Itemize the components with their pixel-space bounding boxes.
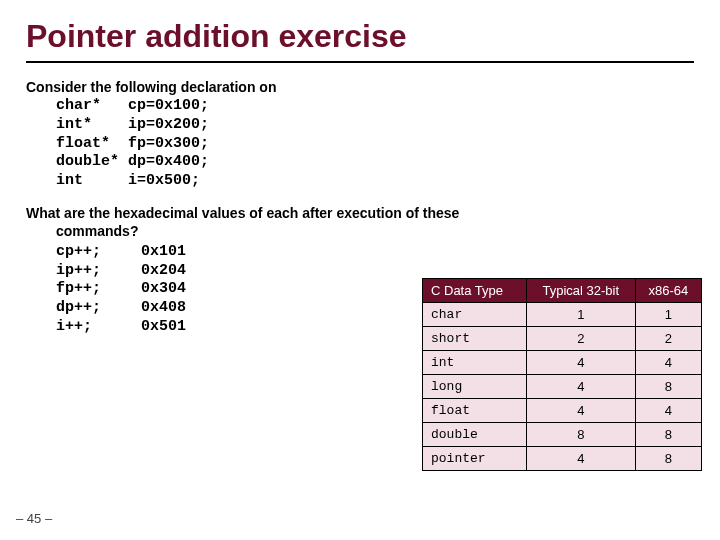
sizes-table: C Data Type Typical 32-bit x86-64 char 1… <box>422 278 702 471</box>
slide-title: Pointer addition exercise <box>26 18 694 55</box>
table-row: long 4 8 <box>423 375 702 399</box>
table-header-type: C Data Type <box>423 279 527 303</box>
size64-cell: 2 <box>635 327 701 351</box>
size64-cell: 8 <box>635 375 701 399</box>
slide: Pointer addition exercise Consider the f… <box>0 0 720 540</box>
size32-cell: 4 <box>526 399 635 423</box>
title-rule <box>26 61 694 63</box>
size64-cell: 4 <box>635 399 701 423</box>
type-cell: double <box>423 423 527 447</box>
size32-cell: 2 <box>526 327 635 351</box>
size64-cell: 4 <box>635 351 701 375</box>
type-cell: char <box>423 303 527 327</box>
table-row: int 4 4 <box>423 351 702 375</box>
size32-cell: 4 <box>526 447 635 471</box>
intro-text: Consider the following declaration on <box>26 79 694 95</box>
table-row: double 8 8 <box>423 423 702 447</box>
declarations-code: char* cp=0x100; int* ip=0x200; float* fp… <box>56 97 694 191</box>
table-row: short 2 2 <box>423 327 702 351</box>
table-row: float 4 4 <box>423 399 702 423</box>
spacer <box>26 191 694 205</box>
question-line2: commands? <box>56 223 694 239</box>
table-header-x8664: x86-64 <box>635 279 701 303</box>
question-line1: What are the hexadecimal values of each … <box>26 205 694 221</box>
table-body: char 1 1 short 2 2 int 4 4 long 4 8 floa… <box>423 303 702 471</box>
type-cell: pointer <box>423 447 527 471</box>
size32-cell: 4 <box>526 351 635 375</box>
size32-cell: 4 <box>526 375 635 399</box>
type-cell: long <box>423 375 527 399</box>
table-header-row: C Data Type Typical 32-bit x86-64 <box>423 279 702 303</box>
table-row: char 1 1 <box>423 303 702 327</box>
page-number: – 45 – <box>16 511 52 526</box>
size32-cell: 8 <box>526 423 635 447</box>
table-row: pointer 4 8 <box>423 447 702 471</box>
type-cell: int <box>423 351 527 375</box>
size64-cell: 8 <box>635 447 701 471</box>
table-header-32bit: Typical 32-bit <box>526 279 635 303</box>
answers-code: 0x101 0x204 0x304 0x408 0x501 <box>141 243 186 337</box>
size64-cell: 1 <box>635 303 701 327</box>
type-cell: float <box>423 399 527 423</box>
size64-cell: 8 <box>635 423 701 447</box>
type-cell: short <box>423 327 527 351</box>
size32-cell: 1 <box>526 303 635 327</box>
